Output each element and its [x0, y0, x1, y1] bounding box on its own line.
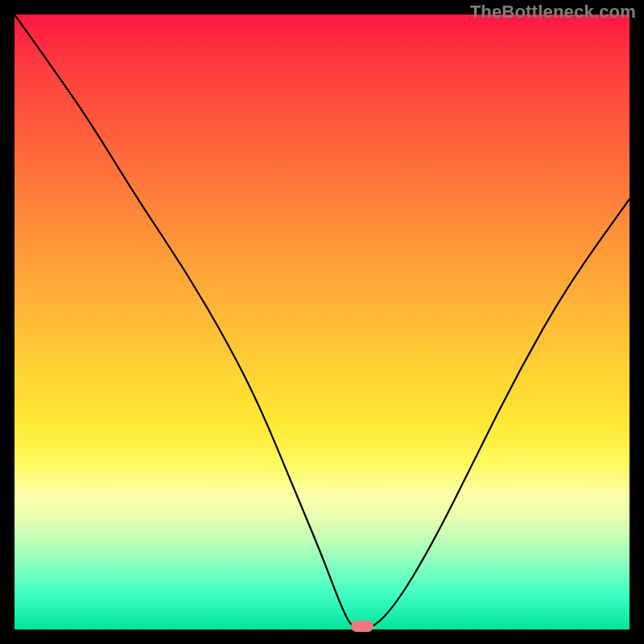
trough-marker — [351, 621, 374, 632]
chart-frame: TheBottleneck.com — [0, 0, 644, 644]
watermark-text: TheBottleneck.com — [470, 2, 636, 23]
plot-area — [14, 14, 630, 630]
bottleneck-curve — [14, 14, 630, 630]
